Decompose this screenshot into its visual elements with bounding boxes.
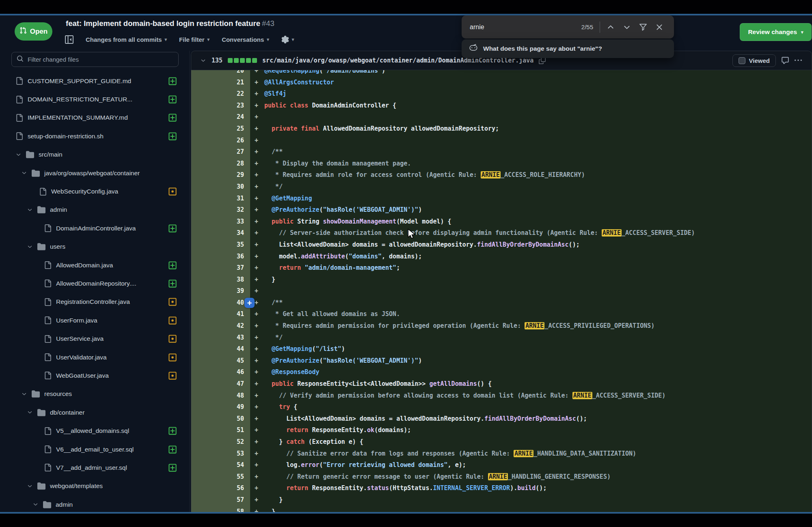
old-line-gutter[interactable] xyxy=(191,494,227,506)
line-number[interactable]: 31 xyxy=(227,193,250,204)
file-tree-item[interactable]: setup-domain-restriction.sh xyxy=(0,127,189,145)
old-line-gutter[interactable] xyxy=(191,285,227,297)
file-tree-folder[interactable]: admin xyxy=(0,495,189,512)
collapse-file-icon[interactable] xyxy=(200,58,206,64)
old-line-gutter[interactable] xyxy=(191,239,227,251)
sidebar-toggle-icon[interactable] xyxy=(65,35,73,44)
old-line-gutter[interactable] xyxy=(191,401,227,413)
line-number[interactable]: 37 xyxy=(227,262,250,274)
old-line-gutter[interactable] xyxy=(191,459,227,471)
file-tree-folder[interactable]: resources xyxy=(0,385,189,403)
viewed-toggle[interactable]: Viewed xyxy=(732,54,776,67)
old-line-gutter[interactable] xyxy=(191,424,227,436)
add-comment-button[interactable]: + xyxy=(244,298,255,308)
old-line-gutter[interactable] xyxy=(191,274,227,286)
old-line-gutter[interactable] xyxy=(191,343,227,355)
old-line-gutter[interactable] xyxy=(191,308,227,320)
old-line-gutter[interactable] xyxy=(191,355,227,367)
chevron-down-icon[interactable] xyxy=(27,207,33,213)
file-tree-item[interactable]: WebSecurityConfig.java xyxy=(0,182,189,200)
line-number[interactable]: 21 xyxy=(227,77,250,88)
chevron-down-icon[interactable] xyxy=(21,170,27,176)
chevron-down-icon[interactable] xyxy=(27,244,33,250)
old-line-gutter[interactable] xyxy=(191,135,227,146)
chevron-down-icon[interactable] xyxy=(15,152,22,158)
line-number[interactable]: 46 xyxy=(227,366,250,378)
tab-file-filter[interactable]: File filter▾ xyxy=(179,36,209,43)
file-tree-folder[interactable]: src/main xyxy=(0,146,189,164)
file-tree-folder[interactable]: webgoat/templates xyxy=(0,477,189,495)
filter-changed-files-input[interactable] xyxy=(28,56,173,63)
old-line-gutter[interactable] xyxy=(191,482,227,494)
copy-path-icon[interactable] xyxy=(539,57,546,64)
file-tree-item[interactable]: AllowedDomain.java xyxy=(0,256,189,274)
file-tree-item[interactable]: IMPLEMENTATION_SUMMARY.md xyxy=(0,109,189,127)
line-number[interactable]: 42 xyxy=(227,320,250,332)
close-icon[interactable] xyxy=(651,20,667,34)
file-tree-item[interactable]: WebGoatUser.java xyxy=(0,366,189,385)
copilot-suggestion[interactable]: What does this page say about "arnie"? xyxy=(462,39,674,58)
old-line-gutter[interactable] xyxy=(191,88,227,100)
line-number[interactable]: 52 xyxy=(227,436,250,448)
chevron-down-icon[interactable] xyxy=(27,483,33,489)
file-tree-item[interactable]: RegistrationController.java xyxy=(0,293,189,311)
file-tree-item[interactable]: UserValidator.java xyxy=(0,348,189,366)
old-line-gutter[interactable] xyxy=(191,262,227,274)
line-number[interactable]: 48 xyxy=(227,390,250,402)
old-line-gutter[interactable] xyxy=(191,70,227,77)
line-number[interactable]: 30 xyxy=(227,181,250,193)
line-number[interactable]: 44 xyxy=(227,343,250,355)
file-tree-item[interactable]: V5__allowed_domains.sql xyxy=(0,422,189,440)
line-number[interactable]: 51 xyxy=(227,424,250,436)
file-tree-item[interactable]: AllowedDomainRepository.... xyxy=(0,274,189,293)
old-line-gutter[interactable] xyxy=(191,193,227,204)
line-number[interactable]: 25 xyxy=(227,123,250,135)
line-number[interactable]: 56 xyxy=(227,482,250,494)
old-line-gutter[interactable] xyxy=(191,448,227,460)
old-line-gutter[interactable] xyxy=(191,146,227,158)
tab-changes-from-all-commits[interactable]: Changes from all commits▾ xyxy=(86,36,167,43)
old-line-gutter[interactable] xyxy=(191,204,227,216)
chevron-down-icon[interactable] xyxy=(27,409,33,415)
line-number[interactable]: 26 xyxy=(227,135,250,146)
old-line-gutter[interactable] xyxy=(191,297,227,309)
file-tree-folder[interactable]: db/container xyxy=(0,403,189,422)
tab-conversations[interactable]: Conversations▾ xyxy=(222,36,269,43)
line-number[interactable]: 33 xyxy=(227,216,250,228)
old-line-gutter[interactable] xyxy=(191,378,227,390)
line-number[interactable]: 35 xyxy=(227,239,250,251)
line-number[interactable]: 54 xyxy=(227,459,250,471)
file-tree-item[interactable]: UserForm.java xyxy=(0,311,189,329)
line-number[interactable]: 39 xyxy=(227,285,250,297)
more-options-icon[interactable] xyxy=(795,57,802,64)
old-line-gutter[interactable] xyxy=(191,390,227,402)
line-number[interactable]: 36 xyxy=(227,251,250,262)
line-number[interactable]: 41 xyxy=(227,308,250,320)
line-number[interactable]: 47 xyxy=(227,378,250,390)
old-line-gutter[interactable] xyxy=(191,100,227,112)
old-line-gutter[interactable] xyxy=(191,123,227,135)
line-number[interactable]: 29 xyxy=(227,169,250,181)
old-line-gutter[interactable] xyxy=(191,216,227,228)
line-number[interactable]: 24 xyxy=(227,111,250,123)
line-number[interactable]: 57 xyxy=(227,494,250,506)
old-line-gutter[interactable] xyxy=(191,111,227,123)
chevron-down-icon[interactable] xyxy=(21,391,27,397)
review-changes-button[interactable]: Review changes ▾ xyxy=(740,23,812,41)
old-line-gutter[interactable] xyxy=(191,471,227,483)
line-number[interactable]: 58 xyxy=(227,506,250,512)
line-number[interactable]: 55 xyxy=(227,471,250,483)
file-tree-folder[interactable]: admin xyxy=(0,201,189,219)
chevron-up-icon[interactable] xyxy=(603,20,619,34)
line-number[interactable]: 27 xyxy=(227,146,250,158)
file-tree-item[interactable]: V7__add_admin_user.sql xyxy=(0,458,189,477)
line-number[interactable]: 23 xyxy=(227,100,250,112)
old-line-gutter[interactable] xyxy=(191,158,227,170)
chevron-down-icon[interactable] xyxy=(32,501,39,508)
old-line-gutter[interactable] xyxy=(191,227,227,239)
file-tree-item[interactable]: UserService.java xyxy=(0,329,189,348)
comment-icon[interactable] xyxy=(781,56,789,65)
line-number[interactable]: 43 xyxy=(227,332,250,344)
file-tree-item[interactable]: DOMAIN_RESTRICTION_FEATUR... xyxy=(0,90,189,108)
line-number[interactable]: 22 xyxy=(227,88,250,100)
